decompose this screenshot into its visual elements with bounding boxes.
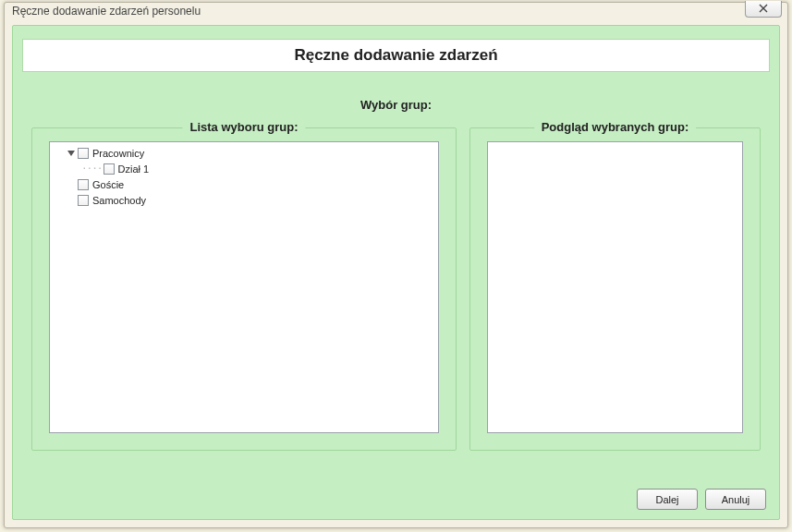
group-selection-list-label: Lista wyboru grup: (183, 120, 306, 134)
close-icon (758, 3, 769, 16)
tree-expander-placeholder (67, 180, 76, 189)
tree-checkbox[interactable] (78, 179, 89, 190)
tree-item-label: Samochody (92, 193, 146, 208)
cancel-button[interactable]: Anuluj (705, 489, 766, 510)
chevron-down-icon (67, 146, 75, 161)
section-title: Wybór grup: (13, 98, 779, 112)
tree-item-goscie[interactable]: Goście (55, 177, 433, 192)
tree-checkbox[interactable] (104, 163, 115, 175)
next-button[interactable]: Dalej (637, 489, 698, 510)
close-button[interactable] (745, 1, 782, 18)
window-title: Ręczne dodawanie zdarzeń personelu (12, 5, 201, 18)
group-tree-listbox[interactable]: Pracownicy ···· Dział 1 Goście (49, 141, 439, 433)
tree-checkbox[interactable] (78, 195, 89, 206)
content-panel: Ręczne dodawanie zdarzeń Wybór grup: Lis… (12, 25, 780, 520)
svg-marker-0 (67, 151, 75, 156)
selected-groups-listbox[interactable] (487, 141, 743, 433)
tree-item-label: Pracownicy (92, 146, 144, 161)
selected-groups-preview-label: Podgląd wybranych grup: (534, 120, 697, 134)
tree-item-label: Dział 1 (118, 162, 150, 176)
tree-item-dzial1[interactable]: ···· Dział 1 (55, 162, 433, 176)
tree-checkbox[interactable] (78, 148, 89, 159)
tree-item-samochody[interactable]: Samochody (55, 193, 433, 208)
tree-connector: ···· (81, 162, 103, 176)
tree-item-pracownicy[interactable]: Pracownicy (55, 146, 433, 161)
tree-expander-placeholder (67, 196, 76, 205)
panel-heading-box: Ręczne dodawanie zdarzeń (22, 39, 770, 72)
tree-item-label: Goście (92, 177, 124, 192)
group-selection-list: Lista wyboru grup: Pracownicy ···· (31, 127, 457, 451)
dialog-button-row: Dalej Anuluj (637, 489, 766, 510)
group-tree: Pracownicy ···· Dział 1 Goście (55, 146, 433, 208)
panel-heading: Ręczne dodawanie zdarzeń (294, 46, 497, 65)
tree-expander[interactable] (67, 149, 76, 158)
selected-groups-preview: Podgląd wybranych grup: (469, 127, 761, 451)
titlebar: Ręczne dodawanie zdarzeń personelu (5, 3, 787, 23)
dialog-window: Ręczne dodawanie zdarzeń personelu Ręczn… (4, 2, 788, 528)
